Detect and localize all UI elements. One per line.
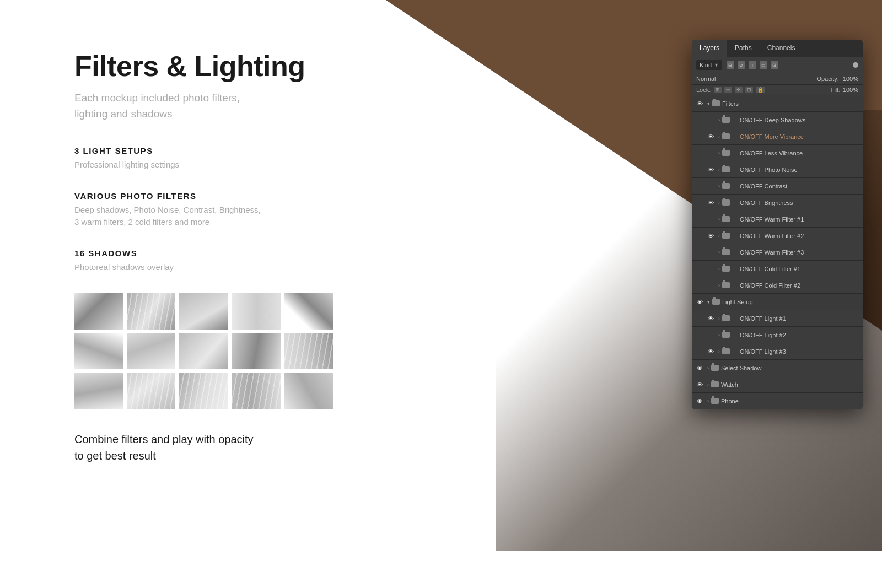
eye-light-3[interactable]: 👁: [706, 347, 715, 356]
eye-cold-filter-1[interactable]: 👁: [706, 265, 715, 273]
layer-warm-filter-2[interactable]: 👁 › ON/OFF Warm Filter #2: [692, 228, 863, 244]
pixel-icon[interactable]: ⊞: [727, 61, 734, 69]
blend-mode-selector[interactable]: Normal: [696, 75, 751, 82]
layer-name-brightness: ON/OFF Brightness: [740, 199, 859, 206]
chevron-watch: ›: [707, 382, 709, 387]
folder-icon-watch: [711, 381, 719, 387]
layer-contrast[interactable]: 👁 › ON/OFF Contrast: [692, 178, 863, 195]
chevron-warm-1: ›: [718, 217, 720, 222]
layer-warm-filter-1[interactable]: 👁 › ON/OFF Warm Filter #1: [692, 211, 863, 228]
lock-all-icon[interactable]: 🔒: [756, 87, 765, 93]
layer-more-vibrance[interactable]: 👁 › ON/OFF More Vibrance: [692, 128, 863, 145]
eye-watch[interactable]: 👁: [695, 380, 704, 389]
layer-name-less-vibrance: ON/OFF Less Vibrance: [740, 150, 859, 157]
eye-phone[interactable]: 👁: [695, 397, 704, 406]
folder-icon-light-setup: [712, 299, 720, 305]
shadow-thumb-12: [127, 373, 175, 409]
eye-warm-filter-2[interactable]: 👁: [706, 231, 715, 240]
eye-light-2[interactable]: 👁: [706, 331, 715, 339]
chevron-photo-noise: ›: [718, 167, 720, 172]
layer-cold-filter-2[interactable]: 👁 › ON/OFF Cold Filter #2: [692, 277, 863, 294]
layer-cold-filter-1[interactable]: 👁 › ON/OFF Cold Filter #1: [692, 261, 863, 277]
section-light-setups-title: 3 LIGHT SETUPS: [74, 146, 430, 155]
layer-warm-filter-3[interactable]: 👁 › ON/OFF Warm Filter #3: [692, 244, 863, 261]
folder-icon-light-2: [722, 332, 730, 338]
adjust-icon[interactable]: ⊘: [738, 61, 745, 69]
opacity-label: Opacity: 100%: [816, 75, 858, 82]
eye-filters[interactable]: 👁: [695, 99, 704, 108]
layer-name-filters: Filters: [722, 100, 859, 107]
layer-light-3[interactable]: 👁 › ON/OFF Light #3: [692, 343, 863, 360]
eye-cold-filter-2[interactable]: 👁: [706, 281, 715, 290]
tab-channels[interactable]: Channels: [760, 40, 803, 57]
layer-light-setup-group[interactable]: 👁 ▾ Light Setup: [692, 294, 863, 310]
chevron-more-vibrance: ›: [718, 134, 720, 139]
smart-icon[interactable]: ⊡: [771, 61, 778, 69]
eye-light-1[interactable]: 👁: [706, 314, 715, 323]
folder-icon-cold-2: [722, 282, 730, 288]
section-shadows: 16 SHADOWS Photoreal shadows overlay: [74, 249, 430, 274]
layer-light-1[interactable]: 👁 › ON/OFF Light #1: [692, 310, 863, 327]
layer-less-vibrance[interactable]: 👁 › ON/OFF Less Vibrance: [692, 145, 863, 161]
folder-icon-less-vibrance: [722, 150, 730, 156]
layer-deep-shadows[interactable]: 👁 › ON/OFF Deep Shadows: [692, 112, 863, 128]
layer-select-shadow[interactable]: 👁 › Select Shadow: [692, 360, 863, 376]
tab-paths[interactable]: Paths: [727, 40, 760, 57]
folder-icon-light-3: [722, 348, 730, 354]
folder-icon-filters: [712, 100, 720, 106]
shadow-grid: [74, 293, 334, 409]
photoshop-layers-panel: Layers Paths Channels Kind ▼ ⊞ ⊘ T ▭ ⊡ N…: [692, 40, 863, 409]
tab-layers[interactable]: Layers: [692, 40, 727, 57]
layer-name-contrast: ON/OFF Contrast: [740, 183, 859, 190]
shadow-thumb-2: [127, 293, 175, 330]
folder-icon-cold-1: [722, 266, 730, 272]
eye-deep-shadows[interactable]: 👁: [706, 116, 715, 125]
section-shadows-desc: Photoreal shadows overlay: [74, 261, 430, 274]
eye-photo-noise[interactable]: 👁: [706, 165, 715, 174]
eye-warm-filter-1[interactable]: 👁: [706, 215, 715, 224]
layer-photo-noise[interactable]: 👁 › ON/OFF Photo Noise: [692, 161, 863, 178]
folder-icon-warm-3: [722, 249, 730, 255]
eye-light-setup[interactable]: 👁: [695, 298, 704, 306]
layer-watch[interactable]: 👁 › Watch: [692, 376, 863, 393]
type-icon[interactable]: T: [749, 61, 756, 69]
chevron-light-setup: ▾: [707, 299, 710, 305]
layer-filters-group[interactable]: 👁 ▾ Filters: [692, 95, 863, 112]
ps-lock-row: Lock: ⊞ ✏ ✛ ⊡ 🔒 Fill: 100%: [692, 85, 863, 95]
layer-light-2[interactable]: 👁 › ON/OFF Light #2: [692, 327, 863, 343]
eye-contrast[interactable]: 👁: [706, 182, 715, 191]
eye-select-shadow[interactable]: 👁: [695, 364, 704, 373]
layer-brightness[interactable]: 👁 › ON/OFF Brightness: [692, 195, 863, 211]
layer-name-warm-filter-3: ON/OFF Warm Filter #3: [740, 249, 859, 256]
layer-phone[interactable]: 👁 › Phone: [692, 393, 863, 409]
eye-warm-filter-3[interactable]: 👁: [706, 248, 715, 257]
shadow-thumb-9: [232, 333, 281, 369]
shadow-thumb-1: [74, 293, 123, 330]
page-title: Filters & Lighting: [74, 50, 430, 83]
chevron-select-shadow: ›: [707, 365, 709, 371]
shadow-thumb-6: [74, 333, 123, 369]
shadow-thumb-13: [179, 373, 228, 409]
chevron-brightness: ›: [718, 200, 720, 206]
lock-pixel-icon[interactable]: ⊞: [714, 87, 722, 93]
eye-more-vibrance[interactable]: 👁: [706, 132, 715, 141]
shadow-thumb-4: [232, 293, 281, 330]
eye-brightness[interactable]: 👁: [706, 198, 715, 207]
eye-less-vibrance[interactable]: 👁: [706, 149, 715, 158]
folder-icon-photo-noise: [722, 166, 730, 172]
shape-icon[interactable]: ▭: [760, 61, 767, 69]
layer-name-select-shadow: Select Shadow: [721, 365, 859, 371]
lock-artboard-icon[interactable]: ⊡: [745, 87, 753, 93]
folder-icon-more-vibrance: [722, 133, 730, 139]
chevron-cold-1: ›: [718, 266, 720, 272]
section-light-setups-desc: Professional lighting settings: [74, 159, 430, 171]
folder-icon-contrast: [722, 183, 730, 189]
layer-name-deep-shadows: ON/OFF Deep Shadows: [740, 117, 859, 123]
kind-selector[interactable]: Kind ▼: [696, 60, 722, 70]
layer-name-light-1: ON/OFF Light #1: [740, 315, 859, 322]
lock-draw-icon[interactable]: ✏: [724, 87, 732, 93]
lock-move-icon[interactable]: ✛: [735, 87, 743, 93]
folder-icon-warm-1: [722, 216, 730, 222]
filter-dot: [853, 62, 858, 68]
layer-name-phone: Phone: [721, 398, 859, 404]
